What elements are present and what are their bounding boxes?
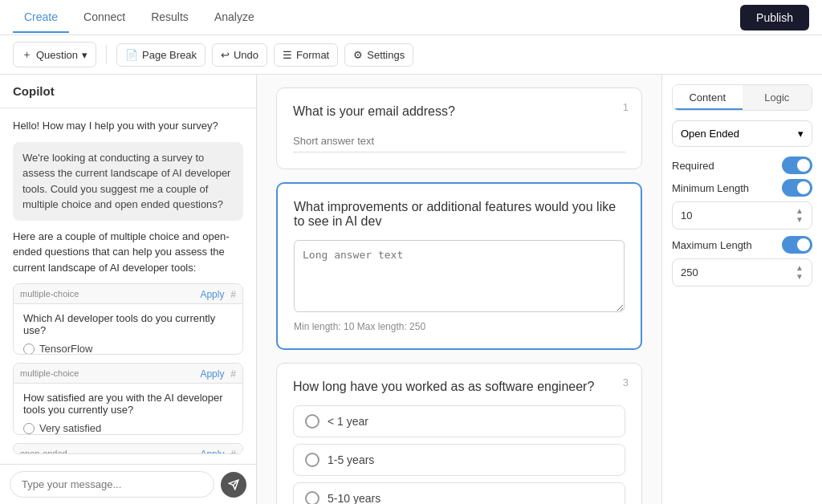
long-answer-textarea[interactable] <box>294 240 625 312</box>
tab-content[interactable]: Content <box>673 85 743 110</box>
sidebar: Copilot Hello! How may I help you with y… <box>0 75 257 504</box>
suggestion-card-2: multiple-choice Apply # How satisfied ar… <box>13 363 243 434</box>
max-length-label: Maximum Length <box>672 239 752 251</box>
card-header-3: open-ended Apply # <box>14 444 242 454</box>
page-break-button[interactable]: 📄 Page Break <box>116 43 206 67</box>
survey-card-1[interactable]: 1 What is your email address? <box>276 87 642 169</box>
max-value: 250 <box>681 266 698 278</box>
required-row: Required <box>672 156 812 174</box>
max-increment-button[interactable]: ▲ <box>796 264 804 272</box>
card-header-1: multiple-choice Apply # <box>14 284 242 304</box>
user-bubble: We're looking at conducting a survey to … <box>13 142 243 221</box>
suggestion-card-3: open-ended Apply # <box>13 443 243 454</box>
add-question-button[interactable]: ＋ Question ▾ <box>13 42 96 67</box>
settings-label: Settings <box>367 49 405 61</box>
survey-card-2[interactable]: What improvements or additional features… <box>276 182 642 350</box>
min-stepper: ▲ ▼ <box>796 207 804 224</box>
undo-button[interactable]: ↩ Undo <box>212 43 267 67</box>
publish-button[interactable]: Publish <box>740 5 809 30</box>
max-stepper: ▲ ▼ <box>796 264 804 281</box>
hash-icon-2: # <box>230 368 236 380</box>
required-toggle[interactable] <box>782 156 812 174</box>
card-header-2: multiple-choice Apply # <box>14 364 242 384</box>
suggestion-card-1: multiple-choice Apply # Which AI develop… <box>13 283 243 355</box>
right-panel: Content Logic Open Ended ▾ Required Mini… <box>661 75 822 504</box>
tab-analyze[interactable]: Analyze <box>203 2 266 33</box>
min-decrement-button[interactable]: ▼ <box>796 216 804 224</box>
undo-label: Undo <box>234 49 258 61</box>
radio-option[interactable]: < 1 year <box>293 405 625 437</box>
hash-icon-3: # <box>230 449 236 454</box>
question-title-2: What improvements or additional features… <box>294 200 625 229</box>
card-option: TensorFlow <box>23 343 233 355</box>
card-body-2: How satisfied are you with the AI develo… <box>14 384 242 434</box>
plus-icon: ＋ <box>22 47 32 62</box>
card-title-1: Which AI developer tools do you currentl… <box>23 312 233 336</box>
min-increment-button[interactable]: ▲ <box>796 207 804 215</box>
divider <box>106 45 107 64</box>
top-nav: Create Connect Results Analyze Publish <box>0 0 822 35</box>
question-label: Question <box>36 49 78 61</box>
radio-options-3: < 1 year 1-5 years 5-10 years > 10 years <box>293 405 625 504</box>
main-layout: Copilot Hello! How may I help you with y… <box>0 75 822 504</box>
min-length-toggle[interactable] <box>782 179 812 197</box>
tab-logic[interactable]: Logic <box>743 85 812 110</box>
tab-results[interactable]: Results <box>140 2 200 33</box>
question-type-label: Open Ended <box>681 128 739 140</box>
card-type-3: open-ended <box>20 449 67 454</box>
page-break-label: Page Break <box>142 49 197 61</box>
radio-circle <box>305 414 319 429</box>
settings-icon: ⚙ <box>353 49 363 61</box>
format-label: Format <box>296 49 329 61</box>
right-panel-tabs: Content Logic <box>672 84 812 111</box>
radio-circle <box>23 343 35 355</box>
max-length-row: Maximum Length <box>672 236 812 254</box>
question-title-1: What is your email address? <box>293 104 625 119</box>
format-icon: ☰ <box>283 49 292 61</box>
option-label: 1-5 years <box>328 453 374 466</box>
radio-option[interactable]: 1-5 years <box>293 444 625 476</box>
min-value-row: 10 ▲ ▼ <box>672 201 812 230</box>
apply-button-1[interactable]: Apply <box>200 289 224 300</box>
min-length-label: Minimum Length <box>672 182 749 194</box>
short-answer-input[interactable] <box>293 130 625 152</box>
question-type-dropdown[interactable]: Open Ended ▾ <box>672 120 812 147</box>
option-label: < 1 year <box>328 415 368 428</box>
format-button[interactable]: ☰ Format <box>274 43 338 67</box>
radio-option[interactable]: 5-10 years <box>293 482 625 504</box>
card-option: Very satisfied <box>23 422 233 434</box>
max-decrement-button[interactable]: ▼ <box>796 273 804 281</box>
hash-icon-1: # <box>230 289 236 300</box>
settings-section: Required Minimum Length 10 ▲ ▼ Maximum L… <box>672 156 812 287</box>
chevron-down-icon: ▾ <box>82 49 87 61</box>
undo-icon: ↩ <box>221 49 230 61</box>
max-length-toggle[interactable] <box>782 236 812 254</box>
chevron-down-icon: ▾ <box>798 128 804 140</box>
chat-input[interactable] <box>10 471 214 498</box>
option-label: 5-10 years <box>328 492 380 504</box>
settings-button[interactable]: ⚙ Settings <box>344 43 413 67</box>
radio-circle <box>23 423 35 434</box>
apply-button-2[interactable]: Apply <box>200 368 224 380</box>
card-type-2: multiple-choice <box>20 368 79 378</box>
question-number-1: 1 <box>623 101 629 113</box>
bot-greeting: Hello! How may I help you with your surv… <box>13 118 243 134</box>
tab-connect[interactable]: Connect <box>72 2 136 33</box>
radio-circle <box>305 453 319 467</box>
max-value-row: 250 ▲ ▼ <box>672 258 812 287</box>
card-title-2: How satisfied are you with the AI develo… <box>23 392 233 416</box>
required-label: Required <box>672 160 714 172</box>
sidebar-messages: Hello! How may I help you with your surv… <box>0 108 256 464</box>
question-number-3: 3 <box>623 376 629 388</box>
tab-create[interactable]: Create <box>13 2 69 33</box>
page-break-icon: 📄 <box>125 49 138 61</box>
radio-circle <box>305 491 319 504</box>
copilot-title: Copilot <box>0 75 256 108</box>
apply-button-3[interactable]: Apply <box>200 449 224 454</box>
survey-card-3[interactable]: 3 How long have you worked as as softwar… <box>276 363 642 504</box>
question-title-3: How long have you worked as as software … <box>293 380 625 394</box>
send-button[interactable] <box>221 472 246 498</box>
nav-tabs: Create Connect Results Analyze <box>13 2 740 33</box>
toolbar: ＋ Question ▾ 📄 Page Break ↩ Undo ☰ Forma… <box>0 35 822 75</box>
answer-hint-2: Min length: 10 Max length: 250 <box>294 321 625 332</box>
